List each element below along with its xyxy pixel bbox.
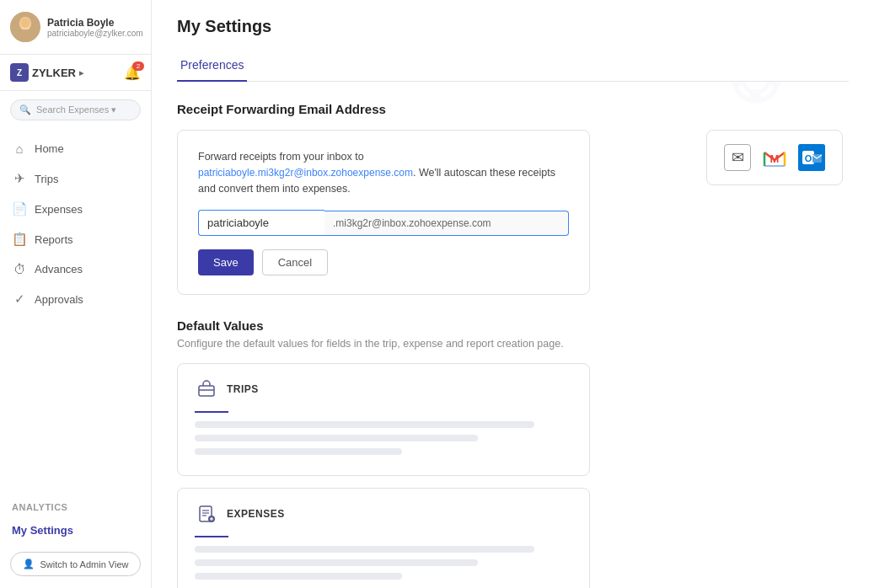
analytics-section: Analytics xyxy=(0,490,151,517)
my-settings-item[interactable]: My Settings xyxy=(0,517,151,543)
receipt-forwarding-title: Receipt Forwarding Email Address xyxy=(177,102,849,116)
trips-card-label: TRIPS xyxy=(227,383,259,395)
tab-preferences[interactable]: Preferences xyxy=(177,50,247,82)
brand-icon: Z xyxy=(10,63,29,82)
content-body: Receipt Forwarding Email Address Forward… xyxy=(152,82,874,588)
action-buttons: Save Cancel xyxy=(198,249,569,275)
nav-label-expenses: Expenses xyxy=(35,203,83,216)
switch-admin-icon: 👤 xyxy=(23,559,35,569)
main-content: My Settings Preferences Receipt Forwardi… xyxy=(152,0,874,588)
search-label: Search Expenses ▾ xyxy=(36,104,116,115)
nav-items: ⌂ Home ✈ Trips 📄 Expenses 📋 Reports ⏱ Ad… xyxy=(0,129,151,490)
sidebar-item-advances[interactable]: ⏱ Advances xyxy=(0,254,151,284)
cancel-button[interactable]: Cancel xyxy=(262,249,328,275)
email-card: Forward receipts from your inbox to patr… xyxy=(177,130,590,295)
main-header: My Settings Preferences xyxy=(152,0,874,82)
svg-rect-26 xyxy=(199,386,214,396)
switch-admin-button[interactable]: 👤 Switch to Admin View xyxy=(10,552,141,576)
notification-button[interactable]: 🔔 2 xyxy=(124,65,141,81)
expenses-card-header: EXPENSES xyxy=(195,502,572,526)
expenses-card-label: EXPENSES xyxy=(227,508,285,520)
receipt-forwarding-section: Forward receipts from your inbox to patr… xyxy=(177,130,725,295)
trips-skeleton-2 xyxy=(195,435,478,441)
nav-label-home: Home xyxy=(35,142,64,155)
approvals-icon: ✓ xyxy=(12,291,27,307)
forward-info-text-before: Forward receipts from your inbox to xyxy=(198,151,364,163)
trips-default-card[interactable]: TRIPS xyxy=(177,363,590,476)
notification-badge: 2 xyxy=(132,61,144,71)
search-icon: 🔍 xyxy=(19,104,31,115)
expenses-card-icon xyxy=(195,502,218,526)
save-button[interactable]: Save xyxy=(198,249,254,275)
tab-3[interactable] xyxy=(365,50,432,82)
sidebar-item-expenses[interactable]: 📄 Expenses xyxy=(0,194,151,224)
default-values-title: Default Values xyxy=(177,318,849,333)
expenses-default-card[interactable]: EXPENSES xyxy=(177,488,590,588)
gmail-icon: M xyxy=(761,144,788,171)
trips-icon: ✈ xyxy=(12,171,27,186)
trips-skeleton-3 xyxy=(195,448,402,455)
email-domain-display: .mi3kg2r@inbox.zohoexpense.com xyxy=(324,211,569,236)
trips-card-header: TRIPS xyxy=(195,377,572,401)
expenses-skeleton-3 xyxy=(195,573,402,580)
nav-label-reports: Reports xyxy=(35,233,73,246)
brand-name[interactable]: Z ZYLKER ▸ xyxy=(10,63,83,82)
email-input-row: .mi3kg2r@inbox.zohoexpense.com xyxy=(198,210,569,236)
switch-admin-label: Switch to Admin View xyxy=(40,559,129,569)
sidebar-user-profile[interactable]: Patricia Boyle patriciaboyle@zylker.com xyxy=(0,0,151,55)
sidebar: Patricia Boyle patriciaboyle@zylker.com … xyxy=(0,0,152,588)
svg-text:O: O xyxy=(805,153,812,163)
sidebar-item-reports[interactable]: 📋 Reports xyxy=(0,224,151,254)
forward-info: Forward receipts from your inbox to patr… xyxy=(198,149,569,196)
expenses-skeleton-2 xyxy=(195,559,478,566)
tabs-bar: Preferences xyxy=(177,50,849,82)
outlook-icon: O xyxy=(798,144,825,171)
expenses-icon: 📄 xyxy=(12,201,27,216)
envelope-icon: ✉ xyxy=(724,144,751,171)
nav-label-approvals: Approvals xyxy=(35,293,83,306)
email-username-input[interactable] xyxy=(198,210,324,236)
user-email: patriciaboyle@zylker.com xyxy=(47,29,143,38)
nav-label-trips: Trips xyxy=(35,173,58,185)
tab-2[interactable] xyxy=(272,50,340,82)
user-name: Patricia Boyle xyxy=(47,17,143,29)
sidebar-item-approvals[interactable]: ✓ Approvals xyxy=(0,284,151,314)
analytics-label: Analytics xyxy=(12,502,67,512)
advances-icon: ⏱ xyxy=(12,262,27,276)
home-icon: ⌂ xyxy=(12,142,27,156)
avatar xyxy=(10,12,40,42)
trips-underline xyxy=(195,411,228,413)
trips-skeleton-1 xyxy=(195,421,534,428)
expenses-skeleton-1 xyxy=(195,546,534,553)
search-box[interactable]: 🔍 Search Expenses ▾ xyxy=(10,99,141,120)
sidebar-item-home[interactable]: ⌂ Home xyxy=(0,134,151,163)
trips-card-icon xyxy=(195,377,218,401)
page-title: My Settings xyxy=(177,17,849,36)
email-icons-card: ✉ M O xyxy=(706,130,843,185)
sidebar-item-trips[interactable]: ✈ Trips xyxy=(0,163,151,194)
reports-icon: 📋 xyxy=(12,232,27,247)
expenses-underline xyxy=(195,536,228,537)
brand-bar: Z ZYLKER ▸ 🔔 2 xyxy=(0,55,151,91)
user-info: Patricia Boyle patriciaboyle@zylker.com xyxy=(47,17,143,38)
svg-text:M: M xyxy=(770,152,780,165)
my-settings-label: My Settings xyxy=(12,524,73,537)
svg-point-3 xyxy=(20,18,30,28)
default-values-subtitle: Configure the default values for fields … xyxy=(177,338,849,350)
forward-email-link: patriciaboyle.mi3kg2r@inbox.zohoexpense.… xyxy=(198,167,413,179)
search-container: 🔍 Search Expenses ▾ xyxy=(0,91,151,129)
nav-label-advances: Advances xyxy=(35,263,83,275)
